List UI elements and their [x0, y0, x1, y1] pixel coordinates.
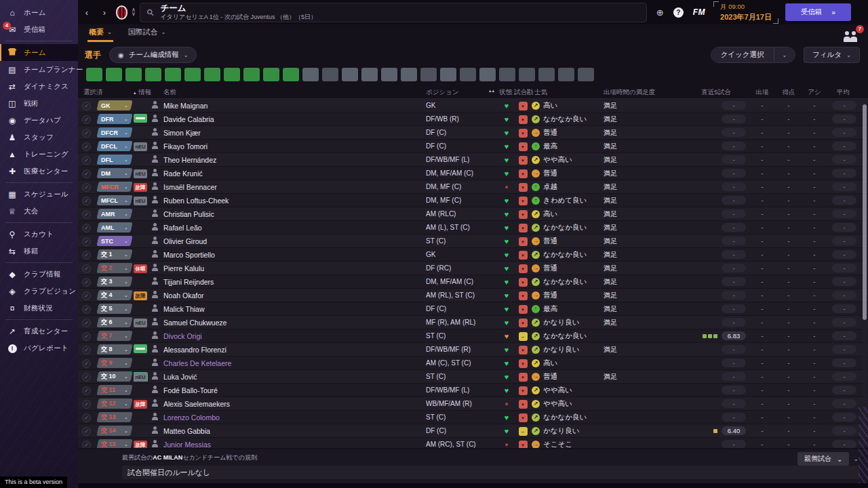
row-checkbox[interactable]: ✓ [82, 169, 91, 178]
row-checkbox[interactable]: ✓ [82, 224, 91, 232]
player-name[interactable]: Marco Sportiello [163, 251, 426, 259]
position-filter-button[interactable] [243, 68, 260, 81]
position-filter-button[interactable] [519, 68, 535, 81]
col-selected[interactable]: 選択済 [78, 88, 96, 97]
position-slot-dropdown[interactable]: DFCR⌄ [96, 127, 132, 138]
row-checkbox[interactable]: ✓ [82, 251, 91, 260]
col-info[interactable]: ▴ 情報 [134, 88, 151, 97]
position-filter-button[interactable] [538, 68, 555, 81]
player-row[interactable]: ✓ GK⌄ Mike Maignan GK ♥ ▾ ↗高い 満足 - - - -… [78, 99, 868, 113]
sidebar-item-transfers[interactable]: ⇆ 移籍 [0, 243, 78, 260]
forward-button[interactable]: › [96, 4, 113, 20]
position-slot-dropdown[interactable]: DFL⌄ [96, 155, 132, 165]
row-checkbox[interactable]: ✓ [82, 305, 91, 314]
position-filter-button[interactable] [145, 68, 161, 81]
row-checkbox[interactable]: ✓ [82, 183, 91, 192]
player-row[interactable]: ✓ 交 2⌄ 休暇 Pierre Kalulu DF (RC) ♥ ▾ →普通 … [78, 262, 868, 275]
position-slot-dropdown[interactable]: GK⌄ [96, 100, 132, 110]
position-slot-dropdown[interactable]: 交 6⌄ [96, 317, 132, 327]
row-checkbox[interactable]: ✓ [82, 400, 91, 409]
row-checkbox[interactable]: ✓ [82, 386, 91, 395]
player-name[interactable]: Rade Krunić [163, 169, 426, 178]
position-slot-dropdown[interactable]: STC⌄ [96, 236, 132, 246]
friendly-match-dropdown[interactable]: 親善試合 ⌄ [797, 452, 849, 466]
row-checkbox[interactable]: ✓ [82, 291, 91, 300]
position-slot-dropdown[interactable]: 交 8⌄ [96, 344, 132, 354]
player-name[interactable]: Divock Origi [163, 332, 426, 340]
col-apps[interactable]: 出場 [749, 88, 776, 97]
position-slot-dropdown[interactable]: 交 10⌄ [96, 371, 132, 382]
position-slot-dropdown[interactable]: 交 7⌄ [96, 331, 132, 341]
player-name[interactable]: Alessandro Florenzi [163, 346, 426, 354]
player-name[interactable]: Olivier Giroud [163, 237, 426, 245]
position-filter-button[interactable] [224, 68, 240, 81]
player-row[interactable]: ✓ 交 3⌄ Tijjani Reijnders DM, MF/AM (C) ♥… [78, 275, 868, 289]
player-name[interactable]: Ruben Loftus-Cheek [163, 197, 426, 205]
player-name[interactable]: Mike Maignan [163, 102, 426, 110]
filter-button[interactable]: フィルタ ⌄ [804, 47, 860, 63]
player-name[interactable]: Charles De Ketelaere [163, 359, 426, 367]
row-checkbox[interactable]: ✓ [82, 346, 91, 354]
sidebar-item-tactics[interactable]: ◫ 戦術 [0, 95, 78, 112]
player-row[interactable]: ✓ 交 10⌄ nEU Luka Jović ST (C) ♥ ▾ →普通 満足… [78, 370, 868, 384]
row-checkbox[interactable]: ✓ [82, 237, 91, 246]
match-day-rule-value[interactable]: 試合開催日のルールなし [122, 466, 860, 479]
player-row[interactable]: ✓ 交 4⌄ 故障 Noah Okafor AM (RL), ST (C) ♥ … [78, 289, 868, 302]
help-icon[interactable]: ? [673, 7, 684, 18]
player-row[interactable]: ✓ 交 14⌄ Matteo Gabbia DF (C) ♥ – ↗かなり良い … [78, 424, 868, 438]
player-row[interactable]: ✓ DFL⌄ Theo Hernández DF/WB/MF (L) ♥ ▾ ↗… [78, 153, 868, 167]
player-row[interactable]: ✓ 交 12⌄ 故障 Alexis Saelemaekers WB/MF/AM … [78, 397, 868, 411]
player-row[interactable]: ✓ 交 6⌄ nEU Samuel Chukwueze MF (R), AM (… [78, 316, 868, 329]
player-row[interactable]: ✓ 交 8⌄ Alessandro Florenzi DF/WB/MF (R) … [78, 343, 868, 357]
position-filter-button[interactable] [125, 68, 142, 81]
player-name[interactable]: Matteo Gabbia [163, 427, 426, 435]
row-checkbox[interactable]: ✓ [82, 156, 91, 165]
sidebar-item-staff[interactable]: ♟ スタッフ [0, 129, 78, 146]
player-name[interactable]: Christian Pulisic [163, 210, 426, 218]
col-goals[interactable]: 得点 [776, 88, 802, 97]
sidebar-item-data-hub[interactable]: ◉ データハブ [0, 112, 78, 129]
position-slot-dropdown[interactable]: 交 5⌄ [96, 304, 132, 314]
row-checkbox[interactable]: ✓ [82, 129, 91, 138]
position-filter-button[interactable] [401, 68, 417, 81]
quick-pick-button[interactable]: クイック選択 [711, 47, 774, 62]
tab-overview[interactable]: 概要⌄ [82, 27, 119, 42]
player-name[interactable]: Noah Okafor [163, 291, 426, 300]
position-filter-button[interactable] [184, 68, 201, 81]
col-position[interactable]: ポジション▴▴ [426, 88, 499, 97]
position-filter-button[interactable] [283, 68, 299, 81]
player-row[interactable]: ✓ 交 13⌄ Lorenzo Colombo ST (C) ♥ ▾ ↗なかなか… [78, 411, 868, 424]
row-checkbox[interactable]: ✓ [82, 142, 91, 151]
position-filter-button[interactable] [165, 68, 181, 81]
globe-icon[interactable]: ⊕ [656, 7, 664, 18]
player-row[interactable]: ✓ DFR⌄ Davide Calabria DF/WB (R) ♥ ▾ ↗なか… [78, 113, 868, 126]
player-row[interactable]: ✓ DFCL⌄ nEU Fikayo Tomori DF (C) ♥ ▾ ↑最高… [78, 140, 868, 153]
player-row[interactable]: ✓ 交 7⌄ Divock Origi ST (C) ♥ – ↗なかなか良い 6… [78, 329, 868, 343]
player-name[interactable]: Samuel Chukwueze [163, 319, 426, 327]
player-row[interactable]: ✓ MFCL⌄ nEU Ruben Loftus-Cheek DM, MF (C… [78, 194, 868, 207]
position-slot-dropdown[interactable]: 交 13⌄ [96, 412, 132, 422]
position-slot-dropdown[interactable]: 交 1⌄ [96, 249, 132, 260]
sidebar-item-club-info[interactable]: ◆ クラブ情報 [0, 266, 78, 283]
col-playing-time[interactable]: 出場時間の満足度 [597, 88, 684, 97]
position-filter-button[interactable] [440, 68, 456, 81]
col-last5[interactable]: 直近5試合 [684, 88, 749, 97]
player-row[interactable]: ✓ STC⌄ Olivier Giroud ST (C) ♥ ▾ →普通 満足 … [78, 235, 868, 248]
scrollbar-thumb[interactable] [863, 104, 867, 320]
player-row[interactable]: ✓ 交 9⌄ Charles De Ketelaere AM (C), ST (… [78, 357, 868, 370]
squad-view-dropdown[interactable]: ◉ チーム編成情報 ⌄ [109, 47, 197, 63]
player-row[interactable]: ✓ 交 15⌄ 故障 Junior Messias AM (RC), ST (C… [78, 438, 868, 448]
sidebar-item-finances[interactable]: ¤ 財務状況 [0, 300, 78, 317]
sidebar-item-inbox[interactable]: ✉4 受信箱 [0, 21, 78, 38]
position-filter-button[interactable] [322, 68, 338, 81]
position-slot-dropdown[interactable]: 交 9⌄ [96, 358, 132, 368]
position-filter-button[interactable] [361, 68, 378, 81]
position-slot-dropdown[interactable]: DFCL⌄ [96, 141, 132, 151]
row-checkbox[interactable]: ✓ [82, 210, 91, 219]
vertical-scrollbar[interactable] [863, 103, 867, 447]
row-checkbox[interactable]: ✓ [82, 102, 91, 110]
player-name[interactable]: Pierre Kalulu [163, 264, 426, 272]
quick-pick-dropdown[interactable]: ⌄ [774, 47, 795, 62]
position-filter-button[interactable] [460, 68, 476, 81]
sidebar-item-schedule[interactable]: ▦ スケジュール [0, 186, 78, 203]
